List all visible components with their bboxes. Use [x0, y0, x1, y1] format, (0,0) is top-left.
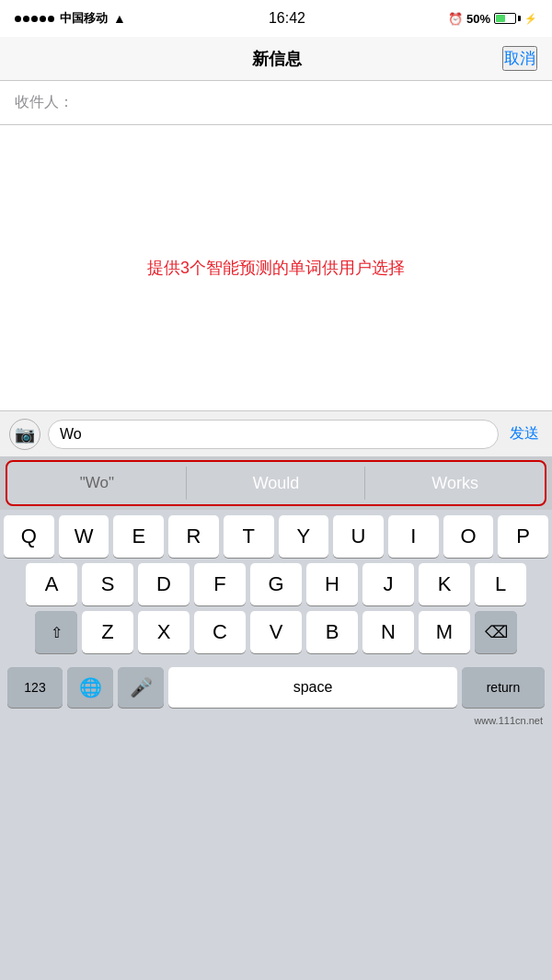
num-label: 123: [24, 680, 45, 695]
key-M[interactable]: M: [419, 611, 470, 653]
autocomplete-label-0: "Wo": [80, 474, 114, 492]
annotation-text: 提供3个智能预测的单词供用户选择: [147, 256, 405, 281]
camera-icon: 📷: [15, 424, 35, 444]
camera-button[interactable]: 📷: [9, 419, 40, 450]
status-time: 16:42: [269, 10, 305, 27]
key-X[interactable]: X: [138, 611, 190, 653]
signal-dots: [15, 16, 54, 22]
space-key[interactable]: space: [168, 667, 457, 708]
autocomplete-label-1: Would: [253, 474, 300, 493]
key-D[interactable]: D: [138, 563, 190, 605]
key-Q[interactable]: Q: [4, 515, 54, 558]
key-O[interactable]: O: [443, 515, 494, 558]
message-input[interactable]: [48, 420, 499, 449]
carrier-label: 中国移动: [60, 10, 108, 27]
key-B[interactable]: B: [306, 611, 358, 653]
key-U[interactable]: U: [333, 515, 384, 558]
key-F[interactable]: F: [194, 563, 246, 605]
key-Z[interactable]: Z: [82, 611, 133, 653]
mic-icon: 🎤: [130, 676, 153, 698]
keyboard-row-1: Q W E R T Y U I O P: [4, 515, 548, 558]
status-left: 中国移动 ▲: [15, 10, 126, 27]
watermark-bar: www.111cn.net: [0, 712, 552, 729]
keyboard-row-2: A S D F G H J K L: [4, 563, 548, 605]
num-key[interactable]: 123: [7, 667, 63, 708]
backspace-key[interactable]: ⌫: [475, 611, 517, 653]
message-body: 提供3个智能预测的单词供用户选择: [0, 125, 552, 410]
keyboard-row-3: ⇧ Z X C V B N M ⌫: [4, 611, 548, 653]
watermark-text: www.111cn.net: [474, 715, 543, 726]
autocomplete-item-0[interactable]: "Wo": [7, 462, 187, 504]
key-W[interactable]: W: [59, 515, 109, 558]
return-key[interactable]: return: [462, 667, 545, 708]
keyboard: Q W E R T Y U I O P A S D F G H J K L ⇧ …: [0, 510, 552, 663]
recipient-input[interactable]: [74, 81, 537, 124]
battery-indicator: [494, 13, 521, 24]
shift-key[interactable]: ⇧: [35, 611, 77, 653]
key-P[interactable]: P: [498, 515, 548, 558]
charging-icon: ⚡: [524, 13, 537, 25]
battery-percent: 50%: [466, 12, 490, 26]
key-T[interactable]: T: [224, 515, 274, 558]
autocomplete-label-2: Works: [431, 474, 478, 493]
battery-tip: [518, 16, 521, 21]
bottom-bar: 123 🌐 🎤 space return: [0, 663, 552, 712]
status-right: ⏰ 50% ⚡: [448, 12, 537, 26]
input-toolbar: 📷 发送: [0, 410, 552, 456]
to-label: 收件人：: [15, 93, 74, 112]
battery-body: [494, 13, 516, 24]
space-label: space: [293, 679, 333, 696]
key-V[interactable]: V: [250, 611, 302, 653]
key-J[interactable]: J: [362, 563, 414, 605]
send-button[interactable]: 发送: [506, 424, 543, 444]
globe-icon: 🌐: [79, 676, 102, 698]
wifi-icon: ▲: [113, 11, 126, 26]
key-S[interactable]: S: [82, 563, 133, 605]
key-I[interactable]: I: [388, 515, 439, 558]
status-bar: 中国移动 ▲ 16:42 ⏰ 50% ⚡: [0, 0, 552, 37]
key-L[interactable]: L: [475, 563, 526, 605]
cancel-button[interactable]: 取消: [502, 46, 537, 71]
key-E[interactable]: E: [113, 515, 164, 558]
autocomplete-item-2[interactable]: Works: [365, 462, 545, 504]
autocomplete-item-1[interactable]: Would: [187, 462, 366, 504]
globe-key[interactable]: 🌐: [67, 667, 113, 708]
autocomplete-bar: "Wo" Would Works: [6, 460, 546, 506]
battery-fill: [496, 15, 505, 22]
mic-key[interactable]: 🎤: [118, 667, 164, 708]
to-field: 收件人：: [0, 81, 552, 125]
nav-title: 新信息: [252, 48, 302, 70]
key-C[interactable]: C: [194, 611, 246, 653]
nav-bar: 新信息 取消: [0, 37, 552, 81]
key-A[interactable]: A: [26, 563, 77, 605]
key-R[interactable]: R: [168, 515, 219, 558]
key-G[interactable]: G: [250, 563, 302, 605]
key-K[interactable]: K: [419, 563, 470, 605]
key-N[interactable]: N: [362, 611, 414, 653]
return-label: return: [487, 680, 521, 695]
key-Y[interactable]: Y: [279, 515, 329, 558]
autocomplete-wrapper: "Wo" Would Works: [0, 456, 552, 510]
key-H[interactable]: H: [306, 563, 358, 605]
alarm-icon: ⏰: [448, 12, 463, 26]
